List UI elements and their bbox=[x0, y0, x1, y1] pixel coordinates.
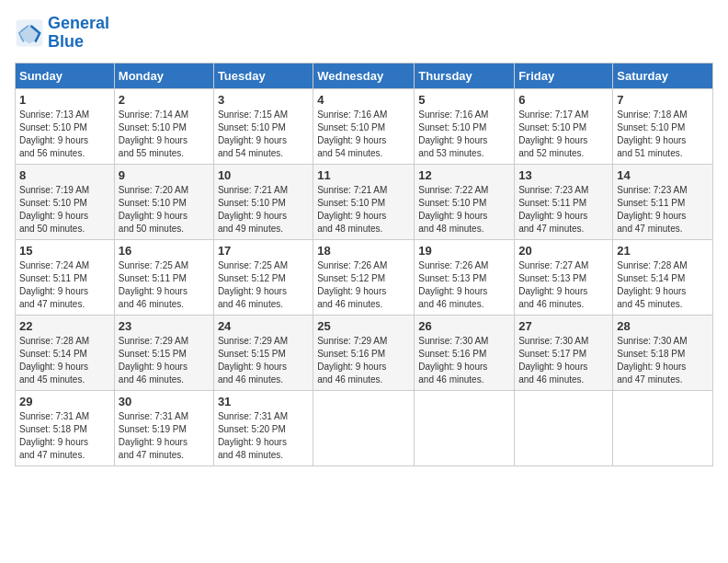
day-number: 26 bbox=[418, 319, 510, 333]
calendar-cell bbox=[515, 390, 613, 465]
day-number: 12 bbox=[418, 168, 510, 182]
calendar-cell bbox=[415, 390, 515, 465]
day-sun-info: Sunrise: 7:23 AMSunset: 5:11 PMDaylight:… bbox=[518, 185, 588, 234]
col-friday: Friday bbox=[515, 63, 613, 88]
calendar-cell: 3Sunrise: 7:15 AMSunset: 5:10 PMDaylight… bbox=[213, 88, 313, 164]
day-sun-info: Sunrise: 7:26 AMSunset: 5:13 PMDaylight:… bbox=[418, 260, 488, 309]
day-number: 18 bbox=[317, 244, 410, 258]
day-sun-info: Sunrise: 7:29 AMSunset: 5:15 PMDaylight:… bbox=[119, 336, 188, 385]
day-number: 8 bbox=[19, 168, 110, 182]
day-number: 14 bbox=[617, 168, 709, 182]
day-number: 11 bbox=[317, 168, 410, 182]
calendar-cell: 13Sunrise: 7:23 AMSunset: 5:11 PMDayligh… bbox=[515, 164, 613, 239]
day-sun-info: Sunrise: 7:30 AMSunset: 5:16 PMDaylight:… bbox=[418, 336, 488, 385]
day-sun-info: Sunrise: 7:30 AMSunset: 5:17 PMDaylight:… bbox=[518, 336, 588, 385]
calendar-cell: 7Sunrise: 7:18 AMSunset: 5:10 PMDaylight… bbox=[613, 88, 713, 164]
day-sun-info: Sunrise: 7:17 AMSunset: 5:10 PMDaylight:… bbox=[518, 109, 588, 158]
day-sun-info: Sunrise: 7:27 AMSunset: 5:13 PMDaylight:… bbox=[518, 260, 588, 309]
day-sun-info: Sunrise: 7:20 AMSunset: 5:10 PMDaylight:… bbox=[119, 185, 188, 234]
calendar-cell: 29Sunrise: 7:31 AMSunset: 5:18 PMDayligh… bbox=[16, 390, 115, 465]
calendar-cell: 11Sunrise: 7:21 AMSunset: 5:10 PMDayligh… bbox=[313, 164, 415, 239]
day-number: 19 bbox=[418, 244, 510, 258]
day-sun-info: Sunrise: 7:14 AMSunset: 5:10 PMDaylight:… bbox=[119, 109, 188, 158]
logo-icon bbox=[15, 18, 44, 48]
calendar-cell: 31Sunrise: 7:31 AMSunset: 5:20 PMDayligh… bbox=[213, 390, 313, 465]
day-number: 24 bbox=[218, 319, 309, 333]
calendar-week: 1Sunrise: 7:13 AMSunset: 5:10 PMDaylight… bbox=[16, 88, 713, 164]
page-header: General Blue bbox=[15, 15, 713, 52]
calendar-cell: 15Sunrise: 7:24 AMSunset: 5:11 PMDayligh… bbox=[16, 239, 115, 315]
calendar-cell: 16Sunrise: 7:25 AMSunset: 5:11 PMDayligh… bbox=[114, 239, 213, 315]
col-tuesday: Tuesday bbox=[213, 63, 313, 88]
calendar-cell: 25Sunrise: 7:29 AMSunset: 5:16 PMDayligh… bbox=[313, 315, 415, 390]
day-sun-info: Sunrise: 7:30 AMSunset: 5:18 PMDaylight:… bbox=[617, 336, 687, 385]
calendar-table: Sunday Monday Tuesday Wednesday Thursday… bbox=[15, 63, 713, 466]
col-sunday: Sunday bbox=[16, 63, 115, 88]
day-number: 10 bbox=[218, 168, 309, 182]
day-sun-info: Sunrise: 7:16 AMSunset: 5:10 PMDaylight:… bbox=[418, 109, 488, 158]
calendar-cell: 1Sunrise: 7:13 AMSunset: 5:10 PMDaylight… bbox=[16, 88, 115, 164]
calendar-cell: 10Sunrise: 7:21 AMSunset: 5:10 PMDayligh… bbox=[213, 164, 313, 239]
day-sun-info: Sunrise: 7:29 AMSunset: 5:15 PMDaylight:… bbox=[218, 336, 288, 385]
day-sun-info: Sunrise: 7:29 AMSunset: 5:16 PMDaylight:… bbox=[317, 336, 387, 385]
calendar-cell: 9Sunrise: 7:20 AMSunset: 5:10 PMDaylight… bbox=[114, 164, 213, 239]
calendar-cell: 19Sunrise: 7:26 AMSunset: 5:13 PMDayligh… bbox=[415, 239, 515, 315]
day-sun-info: Sunrise: 7:31 AMSunset: 5:20 PMDaylight:… bbox=[218, 411, 288, 460]
day-sun-info: Sunrise: 7:23 AMSunset: 5:11 PMDaylight:… bbox=[617, 185, 687, 234]
calendar-cell: 17Sunrise: 7:25 AMSunset: 5:12 PMDayligh… bbox=[213, 239, 313, 315]
calendar-cell: 20Sunrise: 7:27 AMSunset: 5:13 PMDayligh… bbox=[515, 239, 613, 315]
day-number: 9 bbox=[119, 168, 210, 182]
day-number: 7 bbox=[617, 93, 709, 107]
day-number: 1 bbox=[19, 93, 110, 107]
logo: General Blue bbox=[15, 15, 109, 52]
calendar-cell bbox=[313, 390, 415, 465]
calendar-week: 15Sunrise: 7:24 AMSunset: 5:11 PMDayligh… bbox=[16, 239, 713, 315]
day-number: 2 bbox=[119, 93, 210, 107]
day-number: 20 bbox=[518, 244, 609, 258]
day-sun-info: Sunrise: 7:26 AMSunset: 5:12 PMDaylight:… bbox=[317, 260, 387, 309]
day-sun-info: Sunrise: 7:21 AMSunset: 5:10 PMDaylight:… bbox=[317, 185, 387, 234]
day-number: 4 bbox=[317, 93, 410, 107]
calendar-cell: 28Sunrise: 7:30 AMSunset: 5:18 PMDayligh… bbox=[613, 315, 713, 390]
day-sun-info: Sunrise: 7:18 AMSunset: 5:10 PMDaylight:… bbox=[617, 109, 687, 158]
day-number: 15 bbox=[19, 244, 110, 258]
calendar-cell bbox=[613, 390, 713, 465]
calendar-cell: 2Sunrise: 7:14 AMSunset: 5:10 PMDaylight… bbox=[114, 88, 213, 164]
day-number: 6 bbox=[518, 93, 609, 107]
day-sun-info: Sunrise: 7:28 AMSunset: 5:14 PMDaylight:… bbox=[617, 260, 687, 309]
day-sun-info: Sunrise: 7:19 AMSunset: 5:10 PMDaylight:… bbox=[19, 185, 89, 234]
day-sun-info: Sunrise: 7:22 AMSunset: 5:10 PMDaylight:… bbox=[418, 185, 488, 234]
day-sun-info: Sunrise: 7:31 AMSunset: 5:18 PMDaylight:… bbox=[19, 411, 89, 460]
day-sun-info: Sunrise: 7:24 AMSunset: 5:11 PMDaylight:… bbox=[19, 260, 89, 309]
day-sun-info: Sunrise: 7:25 AMSunset: 5:11 PMDaylight:… bbox=[119, 260, 188, 309]
day-number: 27 bbox=[518, 319, 609, 333]
day-number: 31 bbox=[218, 395, 309, 408]
day-number: 29 bbox=[19, 395, 110, 408]
calendar-cell: 12Sunrise: 7:22 AMSunset: 5:10 PMDayligh… bbox=[415, 164, 515, 239]
day-sun-info: Sunrise: 7:16 AMSunset: 5:10 PMDaylight:… bbox=[317, 109, 387, 158]
day-sun-info: Sunrise: 7:13 AMSunset: 5:10 PMDaylight:… bbox=[19, 109, 89, 158]
day-number: 25 bbox=[317, 319, 410, 333]
day-sun-info: Sunrise: 7:25 AMSunset: 5:12 PMDaylight:… bbox=[218, 260, 288, 309]
calendar-cell: 4Sunrise: 7:16 AMSunset: 5:10 PMDaylight… bbox=[313, 88, 415, 164]
calendar-cell: 22Sunrise: 7:28 AMSunset: 5:14 PMDayligh… bbox=[16, 315, 115, 390]
col-wednesday: Wednesday bbox=[313, 63, 415, 88]
day-sun-info: Sunrise: 7:21 AMSunset: 5:10 PMDaylight:… bbox=[218, 185, 288, 234]
calendar-cell: 5Sunrise: 7:16 AMSunset: 5:10 PMDaylight… bbox=[415, 88, 515, 164]
calendar-week: 29Sunrise: 7:31 AMSunset: 5:18 PMDayligh… bbox=[16, 390, 713, 465]
day-sun-info: Sunrise: 7:31 AMSunset: 5:19 PMDaylight:… bbox=[119, 411, 188, 460]
calendar-week: 22Sunrise: 7:28 AMSunset: 5:14 PMDayligh… bbox=[16, 315, 713, 390]
day-number: 5 bbox=[418, 93, 510, 107]
day-number: 17 bbox=[218, 244, 309, 258]
col-thursday: Thursday bbox=[415, 63, 515, 88]
day-number: 21 bbox=[617, 244, 709, 258]
day-number: 22 bbox=[19, 319, 110, 333]
day-number: 16 bbox=[119, 244, 210, 258]
calendar-cell: 8Sunrise: 7:19 AMSunset: 5:10 PMDaylight… bbox=[16, 164, 115, 239]
header-row: Sunday Monday Tuesday Wednesday Thursday… bbox=[16, 63, 713, 88]
calendar-cell: 27Sunrise: 7:30 AMSunset: 5:17 PMDayligh… bbox=[515, 315, 613, 390]
day-number: 23 bbox=[119, 319, 210, 333]
logo-text: General Blue bbox=[48, 15, 109, 52]
calendar-cell: 26Sunrise: 7:30 AMSunset: 5:16 PMDayligh… bbox=[415, 315, 515, 390]
calendar-cell: 30Sunrise: 7:31 AMSunset: 5:19 PMDayligh… bbox=[114, 390, 213, 465]
